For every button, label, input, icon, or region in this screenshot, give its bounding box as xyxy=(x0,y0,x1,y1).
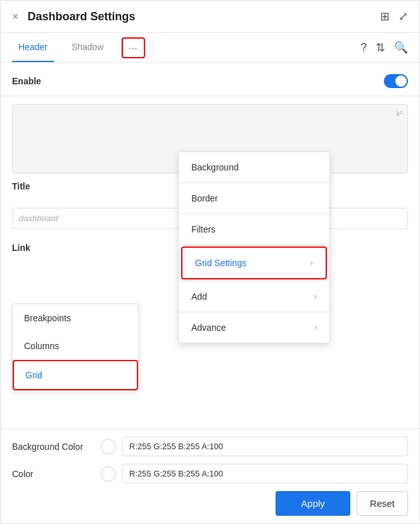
close-icon[interactable]: × xyxy=(12,10,19,23)
chevron-icon-advance: › xyxy=(314,323,317,332)
apply-button[interactable]: Apply xyxy=(276,491,350,516)
chevron-icon-add: › xyxy=(314,292,317,301)
tabs-right: ? ⇅ 🔍 xyxy=(360,41,408,54)
left-submenu-grid[interactable]: Grid xyxy=(13,360,138,390)
sort-icon[interactable]: ⇅ xyxy=(376,41,385,54)
tab-shadow[interactable]: Shadow xyxy=(65,33,110,62)
enable-toggle[interactable] xyxy=(384,74,408,88)
dropdown-grid-settings-label: Grid Settings xyxy=(195,258,246,268)
layout-icon[interactable]: ⊞ xyxy=(380,10,390,23)
enable-row: Enable xyxy=(1,63,419,96)
left-submenu: Breakpoints Columns Grid xyxy=(12,304,139,391)
color-row: Color xyxy=(12,464,408,483)
search-icon[interactable]: 🔍 xyxy=(394,41,408,54)
color-label: Color xyxy=(12,469,101,479)
reset-button[interactable]: Reset xyxy=(357,491,408,516)
background-color-label: Background Color xyxy=(12,442,101,452)
tab-more[interactable]: ··· xyxy=(122,37,146,58)
background-color-picker[interactable] xyxy=(101,439,116,454)
link-label: Link xyxy=(12,243,30,253)
dropdown-background[interactable]: Background xyxy=(179,152,329,182)
dropdown-menu: Background Border Filters Grid Settings … xyxy=(178,151,330,343)
tabs-bar: Header Shadow ··· ? ⇅ 🔍 xyxy=(1,33,419,63)
background-color-row: Background Color xyxy=(12,437,408,456)
panel: × Dashboard Settings ⊞ ⤢ Header Shadow ·… xyxy=(0,0,420,524)
dropdown-add-label: Add xyxy=(191,291,207,302)
dropdown-divider-3 xyxy=(179,245,329,245)
color-picker[interactable] xyxy=(101,466,116,482)
dropdown-filters[interactable]: Filters xyxy=(179,214,329,245)
button-row: Apply Reset xyxy=(12,491,408,516)
dropdown-grid-settings[interactable]: Grid Settings › xyxy=(181,246,327,279)
panel-header: × Dashboard Settings ⊞ ⤢ xyxy=(1,1,419,33)
header-icons: ⊞ ⤢ xyxy=(380,10,408,23)
dropdown-border[interactable]: Border xyxy=(179,183,329,214)
preview-label: k² xyxy=(397,110,402,117)
help-icon[interactable]: ? xyxy=(360,41,367,54)
background-color-input[interactable] xyxy=(122,437,408,456)
content-area: Enable k² Title dashboard Breakpoints Co… xyxy=(1,63,419,523)
chevron-icon-grid: › xyxy=(310,259,313,267)
dropdown-advance-label: Advance xyxy=(191,323,226,333)
bottom-section: Background Color Color Apply Reset xyxy=(1,428,419,523)
tab-header[interactable]: Header xyxy=(12,33,54,62)
color-input[interactable] xyxy=(122,464,408,483)
panel-title: Dashboard Settings xyxy=(28,10,380,23)
left-submenu-columns[interactable]: Columns xyxy=(13,332,138,360)
dropdown-add[interactable]: Add › xyxy=(179,281,329,312)
enable-label: Enable xyxy=(12,76,384,86)
left-submenu-breakpoints[interactable]: Breakpoints xyxy=(13,304,138,332)
expand-icon[interactable]: ⤢ xyxy=(398,10,408,23)
dropdown-advance[interactable]: Advance › xyxy=(179,312,329,343)
